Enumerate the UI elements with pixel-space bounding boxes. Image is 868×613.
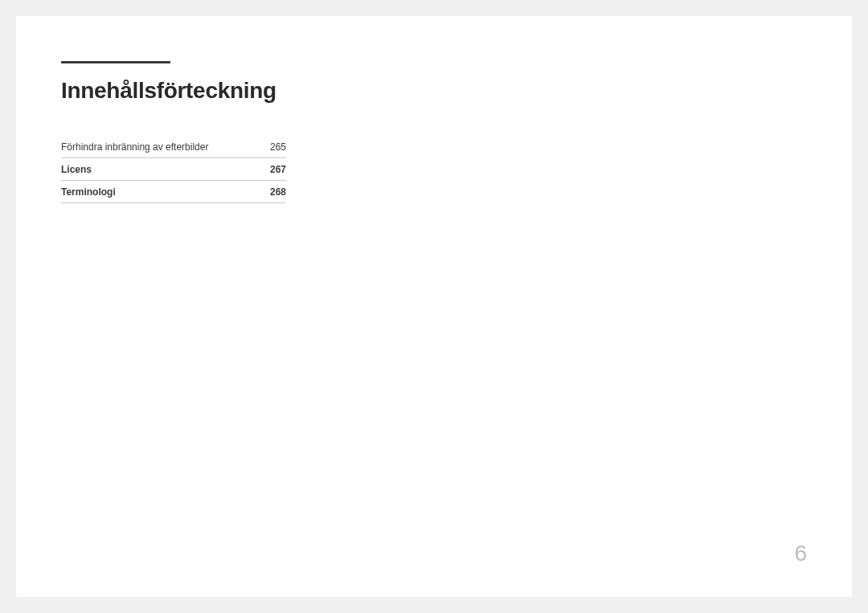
toc-row: Terminologi 268 <box>61 181 286 203</box>
page-number: 6 <box>794 541 807 566</box>
toc-label: Licens <box>61 164 262 175</box>
document-page: Innehållsförteckning Förhindra inbrännin… <box>16 16 852 597</box>
toc-label: Förhindra inbränning av efterbilder <box>61 141 262 153</box>
toc-page-number: 267 <box>262 164 286 175</box>
table-of-contents: Förhindra inbränning av efterbilder 265 … <box>61 136 286 203</box>
toc-label: Terminologi <box>61 186 262 198</box>
toc-row: Licens 267 <box>61 158 286 181</box>
toc-row: Förhindra inbränning av efterbilder 265 <box>61 136 286 158</box>
page-title: Innehållsförteckning <box>61 78 807 104</box>
header-rule <box>61 61 170 63</box>
toc-page-number: 265 <box>262 141 286 153</box>
toc-page-number: 268 <box>262 186 286 198</box>
